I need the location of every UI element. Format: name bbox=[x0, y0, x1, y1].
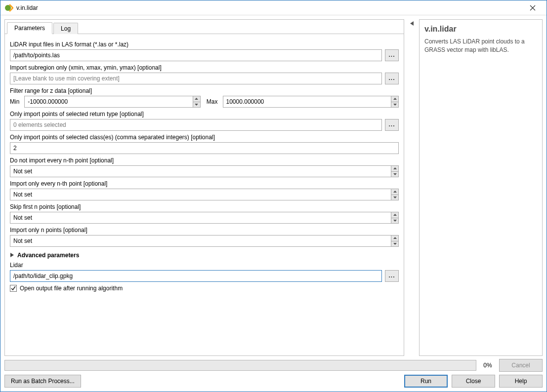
return-type-label: Only import points of selected return ty… bbox=[10, 111, 399, 118]
advanced-parameters-toggle[interactable]: Advanced parameters bbox=[10, 252, 399, 259]
progress-bar bbox=[4, 360, 476, 371]
zrange-max-down[interactable] bbox=[391, 102, 398, 108]
import-every-label: Import only every n-th point [optional] bbox=[10, 180, 399, 187]
skip-first-up[interactable] bbox=[391, 212, 398, 218]
import-only-down[interactable] bbox=[391, 241, 398, 247]
help-title: v.in.lidar bbox=[424, 25, 537, 34]
zrange-max-label: Max bbox=[207, 98, 218, 105]
lidar-input-field[interactable] bbox=[10, 49, 382, 61]
output-label: Lidar bbox=[10, 262, 399, 269]
open-output-label: Open output file after running algorithm bbox=[20, 285, 123, 292]
close-window-button[interactable] bbox=[523, 1, 543, 15]
output-browse-button[interactable]: ... bbox=[385, 270, 399, 282]
skip-every-label: Do not import every n-th point [optional… bbox=[10, 157, 399, 164]
tab-log[interactable]: Log bbox=[53, 23, 78, 34]
zrange-min-down[interactable] bbox=[193, 102, 200, 108]
zrange-label: Filter range for z data [optional] bbox=[10, 87, 399, 94]
chevron-right-icon bbox=[10, 252, 14, 259]
import-every-up[interactable] bbox=[391, 189, 398, 195]
subregion-label: Import subregion only (xmin, xmax, ymin,… bbox=[10, 64, 399, 71]
import-every-down[interactable] bbox=[391, 195, 398, 200]
skip-first-label: Skip first n points [optional] bbox=[10, 203, 399, 210]
dialog-window: v.in.lidar Parameters Log LiDAR input fi… bbox=[0, 0, 547, 392]
zrange-min-field[interactable] bbox=[24, 96, 201, 108]
run-batch-button[interactable]: Run as Batch Process... bbox=[4, 375, 81, 388]
import-only-label: Import only n points [optional] bbox=[10, 227, 399, 234]
import-only-field[interactable] bbox=[10, 235, 399, 247]
help-button[interactable]: Help bbox=[499, 375, 543, 388]
output-field[interactable] bbox=[10, 270, 382, 282]
help-panel: v.in.lidar Converts LAS LiDAR point clou… bbox=[419, 19, 543, 356]
skip-every-field[interactable] bbox=[10, 165, 399, 177]
cancel-button: Cancel bbox=[499, 359, 543, 372]
zrange-min-up[interactable] bbox=[193, 96, 200, 102]
help-text: Converts LAS LiDAR point clouds to a GRA… bbox=[424, 38, 537, 54]
skip-every-down[interactable] bbox=[391, 172, 398, 177]
run-button[interactable]: Run bbox=[404, 375, 448, 388]
close-button[interactable]: Close bbox=[452, 375, 495, 388]
return-type-field[interactable] bbox=[10, 119, 382, 131]
help-collapse-handle[interactable] bbox=[408, 19, 415, 356]
zrange-max-field[interactable] bbox=[223, 96, 399, 108]
import-only-up[interactable] bbox=[391, 235, 398, 241]
advanced-label: Advanced parameters bbox=[17, 252, 79, 259]
return-type-browse-button[interactable]: ... bbox=[385, 119, 399, 131]
zrange-max-up[interactable] bbox=[391, 96, 398, 102]
class-filter-label: Only import points of selected class(es)… bbox=[10, 134, 399, 141]
skip-every-up[interactable] bbox=[391, 166, 398, 172]
progress-percent: 0% bbox=[480, 362, 495, 369]
lidar-input-label: LiDAR input files in LAS format (*.las o… bbox=[10, 41, 399, 48]
tab-parameters[interactable]: Parameters bbox=[7, 22, 52, 34]
titlebar: v.in.lidar bbox=[0, 0, 547, 15]
app-icon bbox=[4, 3, 13, 12]
window-title: v.in.lidar bbox=[16, 4, 38, 11]
class-filter-field[interactable] bbox=[10, 142, 399, 154]
zrange-min-label: Min bbox=[10, 98, 19, 105]
subregion-browse-button[interactable]: ... bbox=[385, 73, 399, 84]
import-every-field[interactable] bbox=[10, 189, 399, 200]
parameters-panel: Parameters Log LiDAR input files in LAS … bbox=[4, 19, 404, 356]
skip-first-down[interactable] bbox=[391, 218, 398, 224]
lidar-input-browse-button[interactable]: ... bbox=[385, 49, 399, 61]
subregion-field[interactable] bbox=[10, 73, 382, 84]
open-output-checkbox[interactable] bbox=[10, 285, 17, 292]
skip-first-field[interactable] bbox=[10, 212, 399, 224]
